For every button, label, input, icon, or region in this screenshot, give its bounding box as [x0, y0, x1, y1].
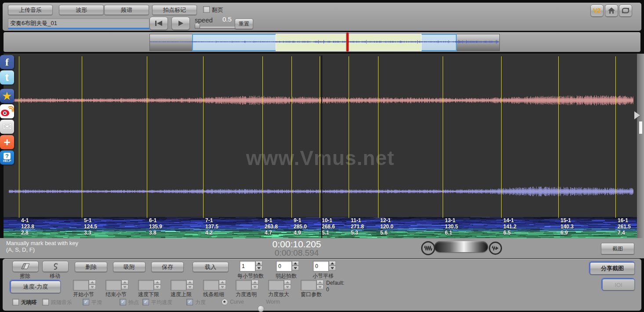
- twitter-icon: t: [5, 71, 9, 84]
- checkbox-1[interactable]: [12, 299, 19, 305]
- beat-hint: Manually mark beat with key (A, S, D, F): [6, 240, 78, 253]
- page-turn-checkbox[interactable]: [203, 6, 210, 13]
- share-screenshot-button[interactable]: 分享截图: [590, 262, 635, 275]
- beat-marker-line[interactable]: [378, 56, 378, 218]
- reset-label: 重置: [239, 20, 249, 28]
- beat-marker-line[interactable]: [19, 56, 19, 218]
- checkbox-label: 拍点: [128, 299, 139, 306]
- beat-label: 15-1140.36.9: [560, 217, 574, 236]
- beat-marker-line[interactable]: [262, 56, 263, 218]
- panel-collapse-handle[interactable]: [634, 111, 640, 119]
- beat-count: 3.3: [84, 230, 97, 236]
- beat-measure: 13-1: [445, 217, 458, 224]
- speed-value: 0.5: [222, 15, 232, 23]
- beat-marker-line[interactable]: [558, 56, 559, 218]
- skip-to-start-button[interactable]: [149, 17, 168, 30]
- reset-button[interactable]: 重置: [235, 18, 253, 29]
- beat-bpm: 137.5: [205, 224, 218, 230]
- checkbox-2[interactable]: [42, 299, 49, 305]
- help-text: HELP: [3, 159, 11, 162]
- upload-music-button[interactable]: 上传音乐: [8, 5, 53, 15]
- facebook-share-button[interactable]: f: [0, 55, 14, 69]
- help-button[interactable]: ? HELP: [0, 150, 14, 165]
- checkbox-5[interactable]: ✓: [142, 299, 149, 305]
- beat-label: 11-1271.85.3: [351, 217, 364, 236]
- radio-curve[interactable]: [222, 299, 228, 305]
- beat-count: 4.2: [205, 230, 218, 236]
- qzone-star-icon: ★: [2, 89, 12, 103]
- beat-marker-line[interactable]: [615, 56, 616, 218]
- wave-zoom-out-icon[interactable]: [421, 241, 435, 255]
- v2-button[interactable]: V2: [590, 4, 604, 17]
- beat-count: 2.8: [21, 230, 34, 236]
- beat-bpm: 130.5: [445, 224, 458, 230]
- addthis-share-button[interactable]: +: [0, 135, 14, 149]
- beat-label: 5-1124.53.3: [84, 217, 97, 236]
- beat-label: 8-1263.84.7: [265, 217, 278, 236]
- play-button[interactable]: [171, 17, 190, 30]
- beat-marker-line[interactable]: [320, 56, 320, 218]
- beat-mark-label: 拍点标记: [163, 6, 186, 14]
- beat-measure: 8-1: [265, 217, 278, 224]
- beat-measure: 14-1: [503, 217, 517, 224]
- overview-waveform[interactable]: [149, 34, 499, 50]
- beat-measure: 15-1: [560, 217, 574, 224]
- beat-bpm: 271.8: [351, 224, 364, 230]
- vmus-app: 上传音乐 波形 频谱 拍点标记 翻页 speed 0.5 重置 V2: [0, 0, 644, 312]
- checkbox-label: 力度: [195, 299, 206, 306]
- beat-marker-line[interactable]: [443, 56, 443, 218]
- beat-bpm: 285.0: [294, 224, 307, 230]
- beat-label: 9-1285.04.9: [294, 217, 307, 236]
- beat-marker-line[interactable]: [203, 56, 204, 218]
- beat-count: 7.4: [618, 230, 631, 236]
- beat-mark-button[interactable]: 拍点标记: [152, 5, 197, 15]
- beat-measure: 10-1: [322, 217, 335, 224]
- toggle-row: 无嘀嗒跟随音乐✓平滑✓拍点✓平均速度✓力度CurveWorm: [3, 259, 641, 311]
- waveform-display[interactable]: www.Vmus.net 4-1123.82.85-1124.53.36-113…: [4, 54, 637, 238]
- filename-input[interactable]: [8, 18, 149, 29]
- beat-bpm: 135.9: [149, 224, 162, 230]
- weibo-share-button[interactable]: [0, 104, 14, 118]
- beat-label: 16-1261.57.4: [618, 217, 631, 236]
- v2-label: V2: [593, 7, 600, 14]
- email-share-button[interactable]: ✉: [0, 120, 14, 134]
- bottom-panel: 擦除 移动 删除 吸附 保存 载入 1 每小节拍数 0 弱起拍数 0 小节平移 …: [3, 259, 641, 311]
- spectrum-label: 频谱: [121, 6, 132, 14]
- beat-marker-line[interactable]: [147, 56, 147, 218]
- mail-icon: ✉: [3, 121, 11, 133]
- waveform-zoom-slider[interactable]: [434, 241, 488, 252]
- beat-bpm: 120.0: [380, 224, 393, 230]
- qzone-share-button[interactable]: ★: [0, 89, 14, 103]
- beat-count: 6.1: [445, 230, 458, 236]
- home-button[interactable]: [605, 4, 618, 17]
- scrollbar-thumb[interactable]: [639, 121, 642, 134]
- overview-playhead[interactable]: [346, 33, 349, 51]
- beat-measure: 6-1: [149, 217, 162, 224]
- plus-icon: +: [4, 136, 10, 149]
- beat-count: 4.7: [265, 230, 278, 236]
- wave-zoom-in-icon[interactable]: [489, 242, 502, 255]
- beat-bpm: 124.5: [84, 224, 97, 230]
- beat-marker-line[interactable]: [291, 56, 292, 218]
- checkbox-3[interactable]: ✓: [83, 299, 89, 305]
- checkbox-6[interactable]: ✓: [186, 299, 193, 305]
- screenshot-button[interactable]: 截图: [601, 243, 634, 254]
- ioi-button[interactable]: IOI: [602, 279, 635, 290]
- home-icon: [608, 7, 615, 14]
- beat-bpm: 268.6: [322, 224, 335, 230]
- ioi-label: IOI: [615, 282, 622, 288]
- beat-marker-line[interactable]: [501, 56, 502, 218]
- fullscreen-button[interactable]: [619, 4, 632, 17]
- beat-marker-line[interactable]: [82, 56, 82, 218]
- beat-hint-line1: Manually mark beat with key: [6, 240, 78, 246]
- beat-count: 4.9: [294, 230, 307, 236]
- waveform-button[interactable]: 波形: [59, 5, 104, 15]
- beat-count: 6.9: [560, 230, 574, 236]
- spectrum-button[interactable]: 频谱: [104, 5, 149, 15]
- twitter-share-button[interactable]: t: [0, 70, 14, 84]
- speed-label: speed: [195, 16, 213, 24]
- beat-marker-line[interactable]: [349, 56, 349, 218]
- beat-measure: 9-1: [294, 217, 307, 224]
- radio-worm[interactable]: [258, 305, 264, 312]
- checkbox-4[interactable]: ✓: [120, 299, 126, 305]
